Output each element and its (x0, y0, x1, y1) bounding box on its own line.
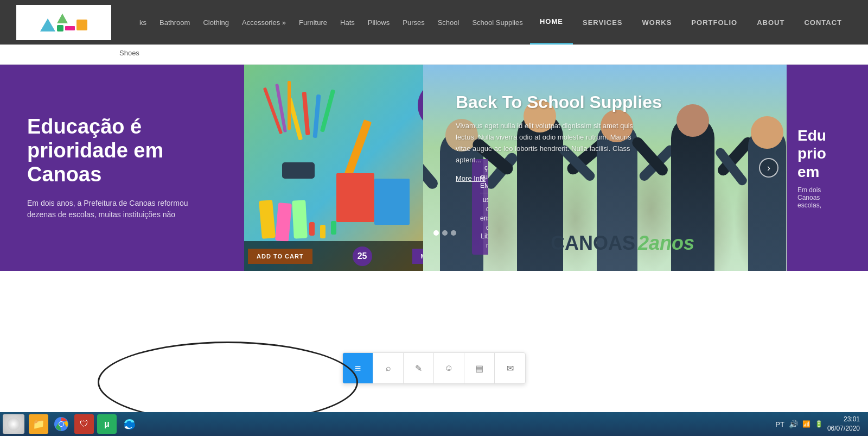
nav-link-clothing[interactable]: Clothing (196, 18, 235, 27)
nav-link-works[interactable]: ks (133, 18, 153, 27)
logo-square-orange (76, 20, 87, 30)
search-icon: ⌕ (386, 363, 391, 373)
hero-left-panel: Educação é prioridade em Canoas Em dois … (0, 65, 244, 271)
quantity-badge: 25 (353, 247, 372, 266)
taskbar-date: 06/07/2020 (827, 424, 860, 427)
hero-far-right-panel: Eduprioem Em doisCanoasescolas, (787, 65, 868, 271)
nav-home[interactable]: HOME (530, 0, 573, 45)
supply-highlighter-1 (259, 200, 276, 239)
hero-far-right-title: Eduprioem (797, 127, 857, 181)
hero-left-title: Educação é prioridade em Canoas (27, 115, 217, 186)
slider-dot-2[interactable] (442, 230, 448, 236)
mail-icon: ✉ (507, 363, 514, 374)
logo-triangle-blue (40, 18, 55, 31)
dropdown-shoes[interactable]: Shoes (119, 49, 139, 57)
toolbar-archive-button[interactable]: ▤ (464, 353, 495, 383)
hero-right-content: Back To School Supplies Vivamus eget nul… (434, 75, 684, 199)
chrome-icon (54, 416, 69, 427)
hamburger-icon: ≡ (355, 362, 361, 375)
nav-link-pillows[interactable]: Pillows (361, 18, 396, 27)
nav-works[interactable]: WORKS (633, 0, 682, 45)
supply-stapler (282, 162, 315, 179)
slider-next-arrow[interactable]: › (759, 158, 778, 178)
kid-5 (748, 127, 786, 271)
taskbar-chrome-icon[interactable] (52, 414, 71, 427)
nav-contact[interactable]: CONTACT (794, 0, 852, 45)
nav-link-school-supplies[interactable]: School Supplies (465, 18, 529, 27)
floating-toolbar: ≡ ⌕ ✎ ☺ ▤ ✉ (342, 352, 526, 384)
supply-pencil-3 (313, 94, 321, 138)
supply-pencil-4 (320, 89, 335, 132)
main-navigation: HOME SERVICES WORKS PORTFOLIO ABOUT CONT… (530, 0, 852, 45)
nav-services[interactable]: SERVICES (573, 0, 633, 45)
user-icon: ☺ (444, 363, 453, 373)
supply-clip-3 (331, 221, 336, 235)
taskbar-tray: PT 🔊 📶 🔋 23:01 06/07/2020 (775, 415, 865, 427)
battery-icon: 🔋 (815, 420, 823, 427)
hero-far-right-text: Em doisCanoasescolas, (797, 186, 857, 209)
dropdown-shoes-area: Shoes (0, 45, 868, 65)
taskbar-green-icon[interactable]: μ (97, 414, 117, 427)
shield-icon: 🛡 (80, 419, 88, 427)
sound-icon: 🔊 (789, 420, 798, 427)
white-spacer (0, 271, 868, 336)
taskbar-shield-icon[interactable]: 🛡 (74, 414, 94, 427)
folder-icon: 📁 (33, 418, 44, 427)
nav-link-furniture[interactable]: Furniture (292, 18, 334, 27)
toolbar-mail-button[interactable]: ✉ (495, 353, 525, 383)
annotation-oval (98, 342, 358, 423)
nav-link-school[interactable]: School (431, 18, 466, 27)
slider-dot-1[interactable] (433, 230, 439, 236)
logo-triangle-green (57, 14, 68, 23)
slider-dot-3[interactable] (451, 230, 456, 236)
site-logo[interactable] (16, 5, 111, 40)
hero-left-text: Em dois anos, a Prefeitura de Canoas ref… (27, 198, 217, 220)
side-text-line5: do ensino de (480, 205, 488, 232)
windows-logo (7, 418, 20, 427)
supply-clip-2 (320, 225, 326, 238)
toolbar-edit-button[interactable]: ✎ (404, 353, 434, 383)
nav-link-hats[interactable]: Hats (334, 18, 361, 27)
logo-rect-pink (65, 26, 75, 30)
secondary-nav-links: ks Bathroom Clothing Accessories » Furni… (133, 18, 530, 27)
slider-dots (433, 230, 456, 236)
canoas-text: CANOAS (551, 232, 635, 255)
supply-pencil-7 (288, 81, 291, 130)
nav-portfolio[interactable]: PORTFOLIO (681, 0, 747, 45)
supply-highlighter-2 (275, 203, 292, 242)
windows-start-button[interactable] (3, 414, 24, 427)
logo-shapes (40, 14, 87, 31)
supply-clip-1 (309, 222, 315, 236)
nav-link-purses[interactable]: Purses (396, 18, 431, 27)
supply-highlighter-3 (292, 200, 308, 238)
canoas-anos-text: 2anos (638, 232, 694, 255)
archive-icon: ▤ (475, 363, 483, 374)
supply-notebook-2 (374, 179, 410, 225)
canoas-logo: CANOAS 2anos (551, 232, 694, 255)
taskbar-folder-icon[interactable]: 📁 (29, 414, 48, 427)
taskbar-clock: 23:01 06/07/2020 (827, 415, 860, 427)
toolbar-user-button[interactable]: ☺ (434, 353, 464, 383)
more-info-link[interactable]: More Info (456, 174, 486, 182)
canoas-logo-container: CANOAS 2anos (551, 232, 694, 255)
nav-link-accessories[interactable]: Accessories » (235, 18, 292, 27)
windows-taskbar: 📁 🛡 μ PT 🔊 📶 🔋 23:01 06/07/2020 (0, 412, 868, 427)
hero-slider: Educação é prioridade em Canoas Em dois … (0, 65, 868, 271)
edge-icon (123, 417, 137, 427)
hero-right-text: Vivamus eget nulla id elit volutpat dign… (456, 121, 646, 166)
hero-right-title: Back To School Supplies (456, 92, 662, 112)
nav-about[interactable]: ABOUT (747, 0, 794, 45)
supply-pencil-2 (302, 92, 310, 135)
kid-5-head (751, 116, 783, 149)
toolbar-menu-button[interactable]: ≡ (343, 353, 373, 383)
taskbar-time: 23:01 (827, 415, 860, 424)
keyboard-language-icon: PT (775, 420, 784, 428)
add-to-cart-button[interactable]: ADD TO CART (248, 249, 312, 264)
nav-link-bathroom[interactable]: Bathroom (153, 18, 196, 27)
svg-point-2 (59, 422, 63, 426)
logo-square-green (57, 25, 63, 31)
edit-icon: ✎ (415, 363, 422, 374)
green-app-icon: μ (104, 419, 110, 427)
taskbar-edge-icon[interactable] (120, 414, 139, 427)
toolbar-search-button[interactable]: ⌕ (373, 353, 404, 383)
